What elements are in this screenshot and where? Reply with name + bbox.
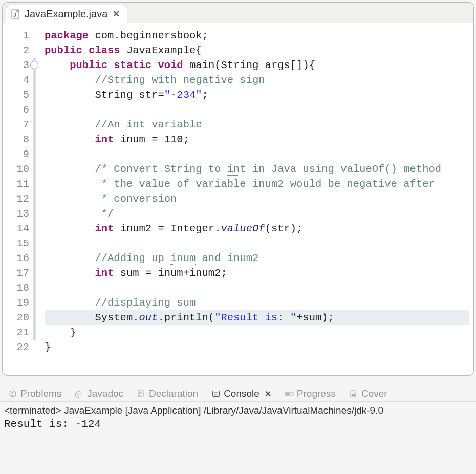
editor-tab-label: JavaExample.java xyxy=(25,8,107,20)
code-line[interactable] xyxy=(45,102,469,117)
code-token: valueOf xyxy=(221,223,265,234)
view-tab-bar: Problems@JavadocDeclarationConsole✕Progr… xyxy=(0,384,476,401)
code-line[interactable]: public static void main(String args[]){ xyxy=(45,58,469,73)
view-tab-label: Console xyxy=(224,388,259,399)
line-number: 12 xyxy=(3,191,31,206)
view-tab-progress[interactable]: Progress xyxy=(279,386,341,401)
code-line[interactable]: * conversion xyxy=(45,191,469,206)
code-token: class xyxy=(89,45,120,56)
code-token: inum = 110; xyxy=(114,134,189,145)
code-token: int xyxy=(126,119,145,131)
line-number: 18 xyxy=(3,281,31,295)
code-area[interactable]: 12345678910111213141516171819202122 − pa… xyxy=(3,23,473,375)
svg-rect-4 xyxy=(12,395,13,396)
view-tab-label: Declaration xyxy=(149,388,198,399)
code-token xyxy=(45,267,95,279)
close-view-icon[interactable]: ✕ xyxy=(263,389,271,399)
code-line[interactable]: //Adding up inum and inum2 xyxy=(45,251,469,266)
code-line[interactable]: //An int variable xyxy=(45,117,469,132)
line-number: 19 xyxy=(3,295,31,310)
code-token: sum = inum+inum2; xyxy=(114,267,227,279)
view-tab-problems[interactable]: Problems xyxy=(3,386,67,401)
folding-strip[interactable]: − xyxy=(31,23,42,375)
fold-cell xyxy=(31,236,42,251)
fold-bar xyxy=(33,325,36,340)
code-token: int xyxy=(95,267,114,279)
close-tab-icon[interactable]: ✕ xyxy=(112,9,121,19)
fold-bar xyxy=(33,206,36,221)
code-token: +sum); xyxy=(296,312,334,324)
code-line[interactable]: int inum = 110; xyxy=(45,132,469,147)
code-line[interactable]: /* Convert String to int in Java using v… xyxy=(45,162,469,177)
code-token: int xyxy=(95,134,114,145)
code-token: ; xyxy=(202,89,208,101)
view-tab-console[interactable]: Console✕ xyxy=(206,386,276,401)
fold-cell xyxy=(31,325,42,340)
fold-bar xyxy=(33,310,36,325)
code-token: int xyxy=(95,223,114,234)
svg-rect-3 xyxy=(12,392,13,394)
code-line[interactable]: public class JavaExample{ xyxy=(45,43,469,58)
code-token: "-234" xyxy=(164,89,202,101)
javadoc-icon: @ xyxy=(75,389,84,398)
line-number: 3 xyxy=(3,58,31,73)
svg-rect-14 xyxy=(286,393,290,395)
code-line[interactable]: int sum = inum+inum2; xyxy=(45,266,469,281)
line-number: 17 xyxy=(3,266,31,281)
line-number: 5 xyxy=(3,88,31,102)
code-token: } xyxy=(45,341,51,353)
fold-bar xyxy=(33,221,36,236)
view-tab-label: Problems xyxy=(20,388,61,399)
code-token: com.beginnersbook; xyxy=(89,30,208,41)
svg-rect-10 xyxy=(213,391,220,397)
view-tab-javadoc[interactable]: @Javadoc xyxy=(70,386,128,401)
fold-cell xyxy=(31,177,42,191)
line-number: 10 xyxy=(3,162,31,177)
code-line[interactable]: } xyxy=(45,325,469,340)
coverage-icon xyxy=(349,389,358,398)
console-icon xyxy=(211,389,221,398)
line-number: 4 xyxy=(3,73,31,88)
code-line[interactable] xyxy=(45,236,469,251)
code-token xyxy=(45,252,95,264)
fold-cell xyxy=(31,221,42,236)
line-number: 15 xyxy=(3,236,31,251)
view-tab-label: Progress xyxy=(297,388,336,399)
code-token: and inum2 xyxy=(196,252,258,264)
code-line[interactable]: */ xyxy=(45,206,469,221)
code-token: inum2 = Integer. xyxy=(114,223,221,234)
fold-toggle-button[interactable]: − xyxy=(30,61,38,69)
fold-bar xyxy=(33,177,36,191)
line-number: 9 xyxy=(3,147,31,162)
view-tab-label: Cover xyxy=(361,388,387,399)
line-number: 16 xyxy=(3,251,31,266)
view-tab-declaration[interactable]: Declaration xyxy=(132,386,203,401)
code-line[interactable] xyxy=(45,281,469,295)
code-line[interactable] xyxy=(45,147,469,162)
java-file-icon: J xyxy=(11,9,20,19)
code-line[interactable]: //String with negative sign xyxy=(45,73,469,88)
fold-bar xyxy=(33,117,36,132)
code-token: main(String args[]){ xyxy=(183,59,315,71)
line-number: 21 xyxy=(3,325,31,340)
fold-cell xyxy=(31,206,42,221)
code-line[interactable]: * the value of variable inum2 would be n… xyxy=(45,177,469,191)
fold-bar xyxy=(33,266,36,281)
code-line[interactable]: } xyxy=(45,340,469,355)
code-line[interactable]: System.out.println("Result is: "+sum); xyxy=(45,310,469,325)
code-token xyxy=(107,59,114,71)
fold-bar xyxy=(33,147,36,162)
code-token: variable xyxy=(145,119,202,131)
code-line[interactable]: int inum2 = Integer.valueOf(str); xyxy=(45,221,469,236)
code-line[interactable]: //displaying sum xyxy=(45,295,469,310)
fold-cell xyxy=(31,162,42,177)
code-token: //An xyxy=(95,119,126,131)
editor-tab[interactable]: J JavaExample.java ✕ xyxy=(6,5,127,23)
fold-cell xyxy=(31,295,42,310)
line-number: 11 xyxy=(3,177,31,191)
code-line[interactable]: package com.beginnersbook; xyxy=(45,28,469,43)
code-content[interactable]: package com.beginnersbook;public class J… xyxy=(42,23,473,375)
view-tab-coverage[interactable]: Cover xyxy=(344,386,393,401)
code-token xyxy=(45,297,95,309)
code-line[interactable]: String str="-234"; xyxy=(45,88,469,102)
